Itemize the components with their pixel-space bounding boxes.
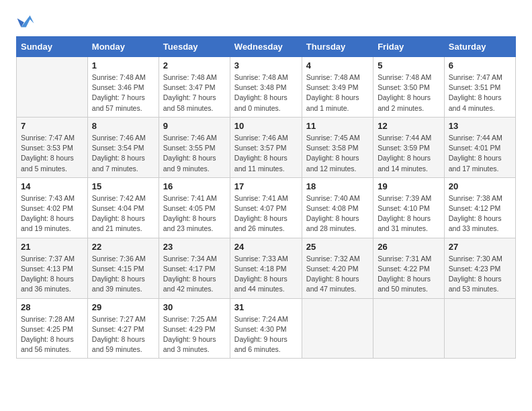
day-number: 29: [92, 302, 154, 312]
day-number: 13: [449, 121, 511, 131]
day-number: 24: [234, 242, 298, 252]
day-number: 3: [234, 60, 298, 71]
day-number: 14: [21, 181, 83, 191]
calendar-week-row: 1Sunrise: 7:48 AMSunset: 3:46 PMDaylight…: [17, 57, 516, 118]
day-info: Sunrise: 7:44 AMSunset: 4:01 PMDaylight:…: [449, 133, 511, 174]
day-number: 25: [306, 242, 369, 252]
calendar-cell: 6Sunrise: 7:47 AMSunset: 3:51 PMDaylight…: [444, 57, 515, 118]
calendar-cell: 28Sunrise: 7:28 AMSunset: 4:25 PMDayligh…: [17, 298, 88, 359]
day-number: 18: [306, 181, 369, 191]
header-cell-sunday: Sunday: [17, 37, 88, 57]
day-number: 1: [92, 60, 154, 71]
calendar-week-row: 28Sunrise: 7:28 AMSunset: 4:25 PMDayligh…: [17, 298, 516, 359]
header-cell-thursday: Thursday: [302, 37, 373, 57]
calendar-cell: 23Sunrise: 7:34 AMSunset: 4:17 PMDayligh…: [159, 238, 230, 298]
day-info: Sunrise: 7:30 AMSunset: 4:23 PMDaylight:…: [449, 254, 511, 295]
calendar-header-row: SundayMondayTuesdayWednesdayThursdayFrid…: [17, 37, 516, 57]
day-info: Sunrise: 7:38 AMSunset: 4:12 PMDaylight:…: [449, 193, 511, 234]
day-number: 21: [21, 242, 83, 252]
day-number: 15: [92, 181, 154, 191]
day-number: 17: [234, 181, 298, 191]
calendar-cell: 4Sunrise: 7:48 AMSunset: 3:49 PMDaylight…: [302, 57, 373, 118]
day-info: Sunrise: 7:48 AMSunset: 3:50 PMDaylight:…: [378, 73, 440, 113]
day-number: 5: [378, 60, 440, 71]
calendar-cell: 13Sunrise: 7:44 AMSunset: 4:01 PMDayligh…: [444, 117, 515, 177]
calendar-cell: 30Sunrise: 7:25 AMSunset: 4:29 PMDayligh…: [159, 298, 230, 359]
day-number: 16: [163, 181, 226, 191]
calendar-table: SundayMondayTuesdayWednesdayThursdayFrid…: [16, 36, 516, 359]
day-info: Sunrise: 7:41 AMSunset: 4:07 PMDaylight:…: [234, 193, 298, 234]
day-info: Sunrise: 7:47 AMSunset: 3:51 PMDaylight:…: [449, 73, 511, 113]
day-number: 9: [163, 121, 226, 131]
calendar-cell: 17Sunrise: 7:41 AMSunset: 4:07 PMDayligh…: [230, 177, 302, 238]
day-info: Sunrise: 7:40 AMSunset: 4:08 PMDaylight:…: [306, 193, 369, 234]
calendar-week-row: 14Sunrise: 7:43 AMSunset: 4:02 PMDayligh…: [17, 177, 516, 238]
calendar-cell: 14Sunrise: 7:43 AMSunset: 4:02 PMDayligh…: [17, 177, 88, 238]
day-number: 23: [163, 242, 226, 252]
day-info: Sunrise: 7:46 AMSunset: 3:55 PMDaylight:…: [163, 133, 226, 174]
day-number: 4: [306, 60, 369, 71]
header-cell-friday: Friday: [373, 37, 445, 57]
day-info: Sunrise: 7:25 AMSunset: 4:29 PMDaylight:…: [163, 314, 226, 355]
day-number: 6: [449, 60, 511, 71]
calendar-cell: 1Sunrise: 7:48 AMSunset: 3:46 PMDaylight…: [87, 57, 159, 118]
day-info: Sunrise: 7:44 AMSunset: 3:59 PMDaylight:…: [378, 133, 440, 174]
calendar-cell: 19Sunrise: 7:39 AMSunset: 4:10 PMDayligh…: [373, 177, 445, 238]
calendar-cell: [373, 298, 445, 359]
calendar-cell: 12Sunrise: 7:44 AMSunset: 3:59 PMDayligh…: [373, 117, 445, 177]
calendar-cell: 8Sunrise: 7:46 AMSunset: 3:54 PMDaylight…: [87, 117, 159, 177]
svg-marker-0: [21, 15, 34, 28]
calendar-cell: 29Sunrise: 7:27 AMSunset: 4:27 PMDayligh…: [87, 298, 159, 359]
calendar-cell: [302, 298, 373, 359]
logo: [16, 13, 38, 28]
calendar-cell: 27Sunrise: 7:30 AMSunset: 4:23 PMDayligh…: [444, 238, 515, 298]
day-info: Sunrise: 7:47 AMSunset: 3:53 PMDaylight:…: [21, 133, 83, 174]
day-number: 28: [21, 302, 83, 312]
day-info: Sunrise: 7:45 AMSunset: 3:58 PMDaylight:…: [306, 133, 369, 174]
day-info: Sunrise: 7:33 AMSunset: 4:18 PMDaylight:…: [234, 254, 298, 295]
day-info: Sunrise: 7:34 AMSunset: 4:17 PMDaylight:…: [163, 254, 226, 295]
day-number: 7: [21, 121, 83, 131]
day-info: Sunrise: 7:27 AMSunset: 4:27 PMDaylight:…: [92, 314, 154, 355]
calendar-cell: 16Sunrise: 7:41 AMSunset: 4:05 PMDayligh…: [159, 177, 230, 238]
day-number: 11: [306, 121, 369, 131]
day-number: 20: [449, 181, 511, 191]
day-number: 19: [378, 181, 440, 191]
calendar-cell: 22Sunrise: 7:36 AMSunset: 4:15 PMDayligh…: [87, 238, 159, 298]
day-number: 10: [234, 121, 298, 131]
day-info: Sunrise: 7:46 AMSunset: 3:54 PMDaylight:…: [92, 133, 154, 174]
calendar-cell: 3Sunrise: 7:48 AMSunset: 3:48 PMDaylight…: [230, 57, 302, 118]
calendar-cell: 20Sunrise: 7:38 AMSunset: 4:12 PMDayligh…: [444, 177, 515, 238]
calendar-cell: 18Sunrise: 7:40 AMSunset: 4:08 PMDayligh…: [302, 177, 373, 238]
header-cell-wednesday: Wednesday: [230, 37, 302, 57]
day-info: Sunrise: 7:46 AMSunset: 3:57 PMDaylight:…: [234, 133, 298, 174]
day-info: Sunrise: 7:42 AMSunset: 4:04 PMDaylight:…: [92, 193, 154, 234]
day-number: 12: [378, 121, 440, 131]
header-cell-saturday: Saturday: [444, 37, 515, 57]
calendar-cell: [444, 298, 515, 359]
calendar-cell: 11Sunrise: 7:45 AMSunset: 3:58 PMDayligh…: [302, 117, 373, 177]
day-number: 31: [234, 302, 298, 312]
day-info: Sunrise: 7:48 AMSunset: 3:47 PMDaylight:…: [163, 73, 226, 113]
day-number: 8: [92, 121, 154, 131]
calendar-cell: 7Sunrise: 7:47 AMSunset: 3:53 PMDaylight…: [17, 117, 88, 177]
calendar-cell: 26Sunrise: 7:31 AMSunset: 4:22 PMDayligh…: [373, 238, 445, 298]
calendar-cell: 10Sunrise: 7:46 AMSunset: 3:57 PMDayligh…: [230, 117, 302, 177]
day-info: Sunrise: 7:48 AMSunset: 3:49 PMDaylight:…: [306, 73, 369, 113]
calendar-cell: 25Sunrise: 7:32 AMSunset: 4:20 PMDayligh…: [302, 238, 373, 298]
day-number: 26: [378, 242, 440, 252]
header-cell-tuesday: Tuesday: [159, 37, 230, 57]
day-info: Sunrise: 7:39 AMSunset: 4:10 PMDaylight:…: [378, 193, 440, 234]
calendar-cell: 24Sunrise: 7:33 AMSunset: 4:18 PMDayligh…: [230, 238, 302, 298]
calendar-cell: 31Sunrise: 7:24 AMSunset: 4:30 PMDayligh…: [230, 298, 302, 359]
calendar-cell: 2Sunrise: 7:48 AMSunset: 3:47 PMDaylight…: [159, 57, 230, 118]
calendar-cell: [17, 57, 88, 118]
day-info: Sunrise: 7:24 AMSunset: 4:30 PMDaylight:…: [234, 314, 298, 355]
logo-icon: [16, 13, 35, 28]
calendar-cell: 5Sunrise: 7:48 AMSunset: 3:50 PMDaylight…: [373, 57, 445, 118]
day-number: 27: [449, 242, 511, 252]
day-info: Sunrise: 7:37 AMSunset: 4:13 PMDaylight:…: [21, 254, 83, 295]
calendar-cell: 21Sunrise: 7:37 AMSunset: 4:13 PMDayligh…: [17, 238, 88, 298]
header-cell-monday: Monday: [87, 37, 159, 57]
calendar-cell: 9Sunrise: 7:46 AMSunset: 3:55 PMDaylight…: [159, 117, 230, 177]
